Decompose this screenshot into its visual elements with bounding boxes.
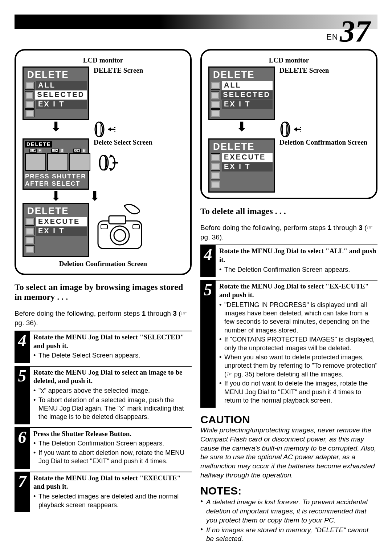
lcd-deletion-confirmation-screen: DELETE EXECUTE EX I T — [23, 203, 89, 257]
menu-item: EX I T — [36, 227, 87, 236]
step-bullets: The Deletion Confirmation Screen appears… — [33, 439, 192, 465]
lcd-monitor-label: LCD monitor — [23, 56, 184, 64]
bullet-item: When you also want to delete protected i… — [219, 353, 377, 379]
left-heading: To select an image by browsing images st… — [15, 282, 192, 302]
bullet-item: If "CONTAINS PROTECTED IMAGES" is displa… — [219, 335, 377, 352]
notes-heading: NOTES: — [200, 485, 377, 497]
step-body: Rotate the MENU Jog Dial to select an im… — [30, 367, 192, 424]
page-lang-prefix: EN — [326, 32, 338, 41]
thumb-icon — [25, 109, 34, 117]
delete-screen-label: DELETE Screen — [279, 66, 369, 74]
menu-item-selected: ALL — [222, 81, 273, 90]
step-bullets: The Delete Select Screen appears. — [33, 351, 192, 360]
thumb-icon — [25, 82, 34, 90]
right-heading: To delete all images . . . — [200, 206, 377, 216]
menu-item-selected: EXECUTE — [222, 153, 273, 162]
step-block: 6Press the Shutter Release Button.The De… — [15, 427, 192, 469]
step-bullets: "DELETING IN PROGRESS" is displayed unti… — [219, 301, 377, 405]
svg-rect-9 — [133, 225, 139, 229]
down-arrow-icon: ⬇ — [23, 121, 89, 133]
select-title: DELETE — [25, 141, 52, 148]
step-number: 4 — [15, 331, 30, 363]
step-title: Rotate the MENU Jog Dial to select an im… — [33, 368, 192, 386]
bullet-item: "DELETING IN PROGRESS" is displayed unti… — [219, 301, 377, 335]
thumb-icon — [25, 218, 34, 226]
svg-rect-5 — [109, 216, 126, 224]
jog-dial-rotate-icon — [96, 153, 184, 173]
lcd-monitor-label: LCD monitor — [208, 56, 369, 64]
thumb-icon — [211, 153, 220, 161]
jog-dial-push-icon — [91, 120, 184, 139]
bullet-item: If you do not want to delete the images,… — [219, 379, 377, 405]
step-block: 5Rotate the MENU Jog Dial to select "EX-… — [200, 280, 377, 408]
delete-screen-label: DELETE Screen — [94, 66, 184, 74]
step-bullets: The selected images are deleted and the … — [33, 492, 192, 509]
jog-dial-push-icon — [277, 120, 369, 139]
bullet-item: The Delete Select Screen appears. — [33, 351, 192, 360]
thumb-001: 001F — [25, 149, 46, 171]
down-arrow-icon: ⬇ — [208, 121, 275, 133]
thumb-003: 003E — [69, 149, 90, 171]
note-item: If no images are stored in memory, "DELE… — [200, 526, 377, 544]
thumb-icon — [25, 236, 34, 244]
deletion-confirmation-label: Deletion Confirmation Screen — [279, 138, 369, 146]
lcd-delete-menu-screen: DELETE ALL SELECTED EX I T — [23, 66, 89, 120]
lcd-delete-menu-screen: DELETE ALL SELECTED EX I T — [208, 66, 275, 120]
menu-item: EX I T — [222, 162, 273, 171]
thumb-002: 002S — [47, 149, 68, 171]
step-number: 6 — [15, 428, 30, 469]
thumb-icon — [211, 163, 220, 171]
thumb-icon — [211, 101, 220, 109]
bullet-item: To abort deletion of a selected image, p… — [33, 396, 192, 421]
select-footer-2: AFTER SELECT — [25, 180, 87, 187]
step-block: 5Rotate the MENU Jog Dial to select an i… — [15, 366, 192, 424]
thumb-icon — [25, 101, 34, 109]
manual-page: EN 37 LCD monitor DELETE ALL SELECTED EX… — [0, 15, 392, 557]
select-footer-1: PRESS SHUTTER — [25, 173, 87, 180]
right-intro: Before doing the following, perform step… — [200, 223, 377, 242]
step-title: Rotate the MENU Jog Dial to select "EXEC… — [33, 474, 192, 491]
thumb-icon — [211, 172, 220, 180]
bullet-item: The Deletion Confirmation Screen appears… — [33, 439, 192, 448]
bullet-item: The Deletion Confirmation Screen appears… — [219, 266, 377, 274]
bullet-item: "x" appears above the selected image. — [33, 387, 192, 395]
thumb-icon — [211, 109, 220, 117]
thumb-icon — [211, 181, 220, 189]
step-block: 7Rotate the MENU Jog Dial to select "EXE… — [15, 472, 192, 512]
delete-select-screen-label: Delete Select Screen — [94, 138, 184, 146]
lcd-deletion-confirmation-screen: DELETE EXECUTE EX I T — [208, 138, 275, 193]
note-item: A deleted image is lost forever. To prev… — [200, 498, 377, 525]
page-number: EN 37 — [0, 23, 370, 42]
step-body: Rotate the MENU Jog Dial to select "SELE… — [30, 331, 192, 363]
lcd-title: DELETE — [27, 69, 87, 80]
thumb-icon — [25, 245, 34, 253]
menu-item: SELECTED — [221, 90, 273, 100]
lcd-title: DELETE — [27, 205, 87, 217]
step-number: 7 — [15, 472, 30, 512]
camera-press-icon — [91, 203, 184, 254]
step-title: Rotate the MENU Jog Dial to select "EX-E… — [219, 282, 377, 299]
step-number: 4 — [200, 245, 216, 277]
step-bullets: "x" appears above the selected image.To … — [33, 387, 192, 421]
notes-list: A deleted image is lost forever. To prev… — [200, 498, 377, 543]
menu-item: EX I T — [36, 100, 87, 109]
left-column: LCD monitor DELETE ALL SELECTED EX I T D… — [15, 49, 192, 544]
step-body: Press the Shutter Release Button.The Del… — [30, 428, 192, 469]
lcd-diagram-right: LCD monitor DELETE ALL SELECTED EX I T D… — [200, 49, 377, 199]
thumb-icon — [211, 91, 219, 99]
step-bullets: The Deletion Confirmation Screen appears… — [219, 266, 377, 274]
lcd-title: DELETE — [213, 69, 273, 80]
step-title: Press the Shutter Release Button. — [33, 429, 192, 438]
thumb-icon — [25, 227, 34, 235]
step-body: Rotate the MENU Jog Dial to select "EXEC… — [30, 472, 192, 512]
left-intro: Before doing the following, perform step… — [15, 309, 192, 327]
thumb-icon — [211, 82, 220, 90]
caution-heading: CAUTION — [200, 413, 377, 426]
step-block: 4Rotate the MENU Jog Dial to select "ALL… — [200, 245, 377, 277]
deletion-confirmation-caption: Deletion Confirmation Screen — [23, 260, 184, 268]
lcd-title: DELETE — [213, 141, 273, 152]
step-number: 5 — [15, 367, 30, 424]
step-body: Rotate the MENU Jog Dial to select "EX-E… — [216, 280, 377, 408]
down-arrow-icon: ⬇ — [89, 190, 184, 202]
bullet-item: The selected images are deleted and the … — [33, 492, 192, 509]
